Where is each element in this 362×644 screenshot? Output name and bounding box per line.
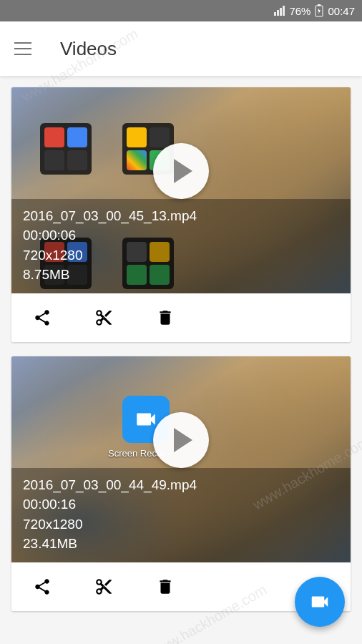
share-icon[interactable] [33,308,52,327]
video-duration: 00:00:06 [23,225,339,245]
video-actions [11,293,351,342]
video-resolution: 720x1280 [23,514,339,535]
battery-icon [315,4,323,17]
video-info-overlay: 2016_07_03_00_44_49.mp4 00:00:16 720x128… [11,468,351,562]
video-resolution: 720x1280 [23,245,339,265]
play-icon [174,428,192,452]
play-button[interactable] [153,412,209,468]
signal-icon [274,6,285,16]
video-camera-icon [309,591,331,613]
app-folder-icon [40,123,92,175]
cut-icon[interactable] [94,577,113,596]
share-icon[interactable] [33,577,52,596]
menu-icon[interactable] [14,42,31,55]
video-filesize: 8.75MB [23,265,339,285]
video-card: 2016_07_03_00_45_13.mp4 00:00:06 720x128… [11,87,351,342]
video-filename: 2016_07_03_00_44_49.mp4 [23,475,339,495]
app-bar: Videos [0,21,362,76]
video-card: Screen Recor 2016_07_03_00_44_49.mp4 00:… [11,356,351,611]
record-fab[interactable] [295,577,345,627]
play-button[interactable] [153,143,209,199]
delete-icon[interactable] [156,308,175,327]
video-thumbnail[interactable]: Screen Recor 2016_07_03_00_44_49.mp4 00:… [11,356,351,562]
video-duration: 00:00:16 [23,494,339,514]
battery-percent: 76% [289,5,310,17]
video-filename: 2016_07_03_00_45_13.mp4 [23,206,339,226]
video-thumbnail[interactable]: 2016_07_03_00_45_13.mp4 00:00:06 720x128… [11,87,351,293]
svg-rect-1 [318,4,321,6]
cut-icon[interactable] [94,308,113,327]
video-info-overlay: 2016_07_03_00_45_13.mp4 00:00:06 720x128… [11,199,351,293]
delete-icon[interactable] [156,577,175,596]
video-list: 2016_07_03_00_45_13.mp4 00:00:06 720x128… [0,76,362,623]
video-filesize: 23.41MB [23,534,339,554]
clock: 00:47 [328,5,355,17]
page-title: Videos [60,38,117,60]
play-icon [174,159,192,183]
status-bar: 76% 00:47 [0,0,362,21]
